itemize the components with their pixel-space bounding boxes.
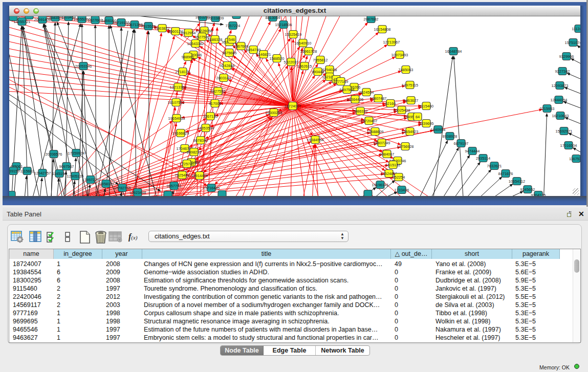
svg-text:12923448: 12923448 bbox=[129, 190, 146, 195]
svg-text:17016504: 17016504 bbox=[560, 143, 577, 148]
svg-text:15751074: 15751074 bbox=[565, 40, 580, 45]
svg-text:1362615: 1362615 bbox=[297, 64, 312, 69]
svg-text:8471676: 8471676 bbox=[498, 171, 513, 176]
svg-text:9115460: 9115460 bbox=[419, 104, 433, 108]
svg-text:417006: 417006 bbox=[209, 101, 222, 106]
svg-text:10025438: 10025438 bbox=[394, 108, 410, 113]
svg-text:9245652: 9245652 bbox=[520, 187, 535, 192]
svg-text:7955812: 7955812 bbox=[313, 58, 328, 62]
svg-text:18724007: 18724007 bbox=[285, 104, 301, 108]
svg-text:20053346: 20053346 bbox=[75, 64, 92, 69]
svg-text:5322037: 5322037 bbox=[284, 60, 299, 64]
svg-text:19384554: 19384554 bbox=[307, 138, 324, 142]
svg-text:7485063: 7485063 bbox=[399, 68, 413, 72]
svg-text:10671355: 10671355 bbox=[126, 23, 143, 27]
svg-text:9463627: 9463627 bbox=[404, 98, 419, 103]
svg-text:16107552: 16107552 bbox=[168, 100, 185, 105]
svg-text:12213967: 12213967 bbox=[383, 40, 400, 45]
svg-text:12905135: 12905135 bbox=[67, 174, 84, 179]
svg-text:9097567: 9097567 bbox=[59, 164, 74, 169]
svg-text:9304125: 9304125 bbox=[531, 193, 546, 196]
svg-text:11353594: 11353594 bbox=[198, 126, 214, 130]
svg-text:2867608: 2867608 bbox=[234, 44, 249, 49]
svg-text:7515526: 7515526 bbox=[141, 24, 156, 29]
svg-text:10807487: 10807487 bbox=[370, 96, 387, 101]
svg-text:8813054: 8813054 bbox=[266, 16, 280, 20]
svg-text:6879197: 6879197 bbox=[454, 141, 469, 146]
svg-text:16961728: 16961728 bbox=[300, 49, 317, 54]
svg-text:9339695: 9339695 bbox=[419, 121, 434, 126]
svg-text:16154808: 16154808 bbox=[374, 27, 391, 32]
svg-text:15720407: 15720407 bbox=[361, 119, 378, 123]
svg-text:1725740: 1725740 bbox=[180, 162, 194, 166]
svg-text:16782759: 16782759 bbox=[114, 186, 131, 190]
svg-text:990448: 990448 bbox=[312, 70, 324, 74]
svg-text:10958107: 10958107 bbox=[98, 182, 115, 186]
svg-text:7625402: 7625402 bbox=[175, 173, 190, 178]
svg-text:16640910: 16640910 bbox=[295, 41, 312, 46]
svg-text:13226058: 13226058 bbox=[196, 29, 213, 33]
svg-text:9474444: 9474444 bbox=[465, 149, 480, 154]
svg-text:3624554: 3624554 bbox=[359, 90, 374, 95]
svg-text:18807249: 18807249 bbox=[374, 141, 390, 145]
svg-text:16914479: 16914479 bbox=[191, 173, 208, 178]
svg-text:7986322: 7986322 bbox=[353, 109, 368, 114]
svg-text:1167533: 1167533 bbox=[569, 157, 580, 161]
svg-text:12093873: 12093873 bbox=[552, 83, 569, 88]
svg-text:12942757: 12942757 bbox=[34, 171, 51, 176]
svg-text:10654112: 10654112 bbox=[509, 179, 525, 184]
svg-text:10973493: 10973493 bbox=[391, 53, 408, 57]
svg-text:19654923: 19654923 bbox=[402, 129, 419, 134]
svg-text:15692971: 15692971 bbox=[556, 129, 573, 134]
svg-text:7632621: 7632621 bbox=[487, 164, 502, 168]
svg-text:8427552: 8427552 bbox=[211, 89, 226, 94]
svg-text:20206576: 20206576 bbox=[46, 152, 62, 157]
svg-text:1615132: 1615132 bbox=[386, 163, 401, 167]
svg-text:2803144: 2803144 bbox=[216, 76, 231, 80]
svg-text:9227342: 9227342 bbox=[555, 69, 570, 74]
svg-text:17359924: 17359924 bbox=[68, 151, 85, 156]
svg-text:9242848: 9242848 bbox=[220, 63, 235, 68]
svg-text:5498222: 5498222 bbox=[187, 150, 202, 155]
svg-text:9329966: 9329966 bbox=[559, 54, 574, 59]
svg-text:988961: 988961 bbox=[182, 55, 194, 59]
svg-text:1733426: 1733426 bbox=[395, 188, 409, 192]
svg-text:9777169: 9777169 bbox=[334, 79, 349, 84]
svg-text:1115682: 1115682 bbox=[20, 169, 34, 173]
svg-text:9527506: 9527506 bbox=[195, 35, 210, 39]
svg-text:25300293: 25300293 bbox=[266, 111, 282, 115]
svg-text:9146821: 9146821 bbox=[256, 52, 271, 57]
svg-text:1145194: 1145194 bbox=[52, 171, 67, 176]
svg-text:1640954: 1640954 bbox=[431, 127, 446, 132]
svg-text:15716485: 15716485 bbox=[203, 186, 220, 190]
svg-text:16648784: 16648784 bbox=[445, 49, 462, 54]
svg-text:3267130: 3267130 bbox=[203, 114, 218, 119]
svg-text:2087682: 2087682 bbox=[364, 17, 379, 21]
svg-text:439159: 439159 bbox=[9, 169, 19, 173]
svg-text:6497568: 6497568 bbox=[340, 87, 355, 92]
svg-text:15196141: 15196141 bbox=[372, 183, 389, 187]
svg-text:6794028: 6794028 bbox=[322, 68, 337, 72]
svg-text:546: 546 bbox=[229, 37, 235, 42]
svg-text:10688609: 10688609 bbox=[367, 129, 384, 134]
svg-text:16543382: 16543382 bbox=[187, 41, 204, 46]
svg-text:12213369: 12213369 bbox=[170, 85, 187, 90]
svg-text:252254: 252254 bbox=[393, 175, 405, 180]
svg-text:1527602: 1527602 bbox=[88, 18, 103, 23]
svg-text:2935114: 2935114 bbox=[476, 156, 490, 161]
svg-text:64: 64 bbox=[416, 115, 420, 119]
svg-text:19756928: 19756928 bbox=[397, 144, 414, 149]
svg-text:3675685: 3675685 bbox=[222, 51, 237, 55]
svg-text:2718176: 2718176 bbox=[176, 70, 190, 74]
svg-text:62160: 62160 bbox=[385, 101, 396, 106]
svg-text:16210643: 16210643 bbox=[552, 114, 569, 118]
svg-text:14055721: 14055721 bbox=[14, 19, 31, 24]
svg-text:19654933: 19654933 bbox=[168, 116, 185, 121]
svg-text:8912954: 8912954 bbox=[181, 31, 196, 35]
svg-text:12975115: 12975115 bbox=[402, 83, 418, 87]
svg-text:1588520: 1588520 bbox=[270, 56, 285, 61]
svg-text:15325419: 15325419 bbox=[285, 32, 302, 37]
svg-text:8938928: 8938928 bbox=[443, 134, 458, 139]
svg-text:3215953: 3215953 bbox=[540, 106, 555, 111]
svg-text:20364436: 20364436 bbox=[347, 97, 364, 102]
